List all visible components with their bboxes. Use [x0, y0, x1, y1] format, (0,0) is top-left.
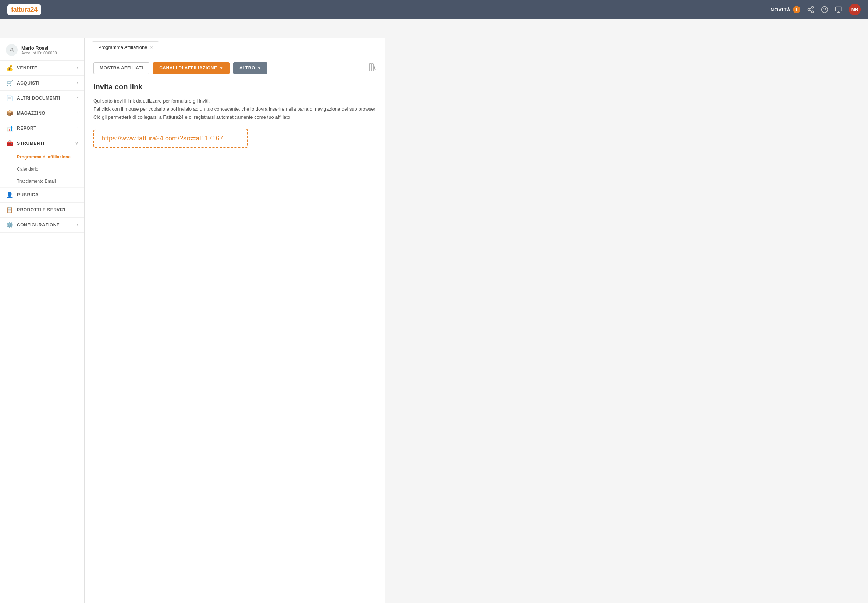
strumenti-label: STRUMENTI — [17, 141, 45, 146]
canali-affiliazione-label: CANALI DI AFFILIAZIONE — [159, 65, 217, 71]
report-icon: 📊 — [6, 125, 13, 131]
svg-point-10 — [11, 48, 12, 50]
mostra-affiliati-button[interactable]: MOSTRA AFFILIATI — [93, 62, 149, 74]
magazzino-chevron: › — [77, 111, 78, 116]
sidebar-item-altri-documenti[interactable]: 📄 ALTRI DOCUMENTI › — [0, 91, 84, 106]
canali-affiliazione-button[interactable]: CANALI DI AFFILIAZIONE ▼ — [153, 62, 229, 74]
configurazione-chevron: › — [77, 223, 78, 227]
svg-rect-11 — [369, 63, 371, 71]
strumenti-icon: 🧰 — [6, 140, 13, 147]
affiliate-link-box[interactable]: https://www.fattura24.com/?src=al117167 — [93, 129, 248, 148]
sidebar-sub-affiliazione[interactable]: Programma di affiliazione — [0, 151, 84, 163]
report-label: REPORT — [17, 126, 36, 131]
user-info: Mario Rossi Account ID: 000000 — [0, 38, 84, 61]
svg-point-1 — [808, 9, 810, 11]
user-icon — [6, 44, 18, 56]
prodotti-icon: 📋 — [6, 207, 13, 213]
svg-rect-7 — [836, 7, 842, 11]
canali-chevron-icon: ▼ — [219, 66, 223, 70]
svg-rect-12 — [371, 63, 373, 71]
user-name: Mario Rossi — [21, 45, 57, 51]
vendite-chevron: › — [77, 65, 78, 71]
sidebar-item-report[interactable]: 📊 REPORT › — [0, 121, 84, 136]
books-icon[interactable] — [368, 63, 377, 74]
svg-point-2 — [812, 11, 814, 12]
sidebar-item-acquisti[interactable]: 🛒 ACQUISTI › — [0, 76, 84, 91]
report-chevron: › — [77, 126, 78, 131]
sidebar: Mario Rossi Account ID: 000000 💰 VENDITE… — [0, 38, 85, 603]
configurazione-icon: ⚙️ — [6, 222, 13, 228]
logo-text: fattura — [11, 6, 31, 13]
header: fattura24 NOVITÀ 1 MR — [0, 0, 868, 19]
desc-line-1: Qui sotto trovi il link da utilizzare pe… — [93, 97, 377, 105]
rubrica-label: RUBRICA — [17, 192, 39, 198]
svg-line-4 — [809, 8, 812, 9]
section-title: Invita con link — [93, 83, 377, 91]
magazzino-icon: 📦 — [6, 110, 13, 116]
toolbar: MOSTRA AFFILIATI CANALI DI AFFILIAZIONE … — [93, 62, 377, 74]
tab-bar: Programma Affiliazione × — [85, 38, 385, 53]
altro-label: ALTRO — [240, 65, 255, 71]
logo: fattura24 — [7, 5, 41, 15]
logo-area: fattura24 — [7, 5, 92, 15]
altri-documenti-chevron: › — [77, 96, 78, 101]
section-description: Qui sotto trovi il link da utilizzare pe… — [93, 97, 377, 121]
affiliate-link-text: https://www.fattura24.com/?src=al117167 — [102, 135, 223, 142]
altri-documenti-icon: 📄 — [6, 95, 13, 102]
desc-line-3: Ciò gli permetterà di collegarsi a Fattu… — [93, 113, 377, 121]
svg-point-0 — [812, 7, 814, 8]
tab-close-button[interactable]: × — [150, 45, 153, 50]
monitor-icon[interactable] — [835, 6, 842, 13]
svg-line-3 — [809, 10, 812, 11]
user-avatar[interactable]: MR — [849, 4, 861, 15]
altro-button[interactable]: ALTRO ▼ — [233, 62, 268, 74]
sidebar-item-magazzino[interactable]: 📦 MAGAZZINO › — [0, 106, 84, 121]
novita-count: 1 — [793, 6, 800, 13]
prodotti-label: PRODOTTI E SERVIZI — [17, 207, 65, 212]
help-icon[interactable] — [821, 6, 828, 13]
sidebar-item-strumenti[interactable]: 🧰 STRUMENTI ∨ — [0, 136, 84, 151]
share-icon[interactable] — [807, 6, 814, 13]
acquisti-label: ACQUISTI — [17, 80, 39, 86]
sidebar-sub-calendario[interactable]: Calendario — [0, 163, 84, 175]
sidebar-item-prodotti[interactable]: 📋 PRODOTTI E SERVIZI — [0, 203, 84, 218]
user-account: Account ID: 000000 — [21, 51, 57, 55]
content-area: MOSTRA AFFILIATI CANALI DI AFFILIAZIONE … — [85, 53, 385, 603]
main-content: Programma Affiliazione × MOSTRA AFFILIAT… — [85, 38, 385, 603]
tab-label: Programma Affiliazione — [98, 45, 147, 50]
acquisti-chevron: › — [77, 80, 78, 86]
header-right: NOVITÀ 1 MR — [771, 4, 861, 15]
logo-suffix: 24 — [31, 6, 37, 13]
rubrica-icon: 👤 — [6, 192, 13, 198]
user-details: Mario Rossi Account ID: 000000 — [21, 45, 57, 55]
magazzino-label: MAGAZZINO — [17, 111, 45, 116]
tab-programma-affiliazione[interactable]: Programma Affiliazione × — [92, 41, 159, 53]
novita-label: NOVITÀ — [771, 7, 791, 12]
desc-line-2: Fai click con il mouse per copiarlo e po… — [93, 105, 377, 113]
sidebar-item-vendite[interactable]: 💰 VENDITE › — [0, 61, 84, 76]
altri-documenti-label: ALTRI DOCUMENTI — [17, 96, 60, 101]
acquisti-icon: 🛒 — [6, 80, 13, 87]
novita-badge[interactable]: NOVITÀ 1 — [771, 6, 800, 13]
sidebar-item-configurazione[interactable]: ⚙️ CONFIGURAZIONE › — [0, 218, 84, 233]
configurazione-label: CONFIGURAZIONE — [17, 223, 60, 227]
strumenti-chevron: ∨ — [75, 141, 78, 146]
sidebar-item-rubrica[interactable]: 👤 RUBRICA — [0, 187, 84, 203]
vendite-label: VENDITE — [17, 65, 37, 71]
altro-chevron-icon: ▼ — [257, 66, 261, 70]
sidebar-sub-tracciamento[interactable]: Tracciamento Email — [0, 175, 84, 187]
vendite-icon: 💰 — [6, 65, 13, 71]
